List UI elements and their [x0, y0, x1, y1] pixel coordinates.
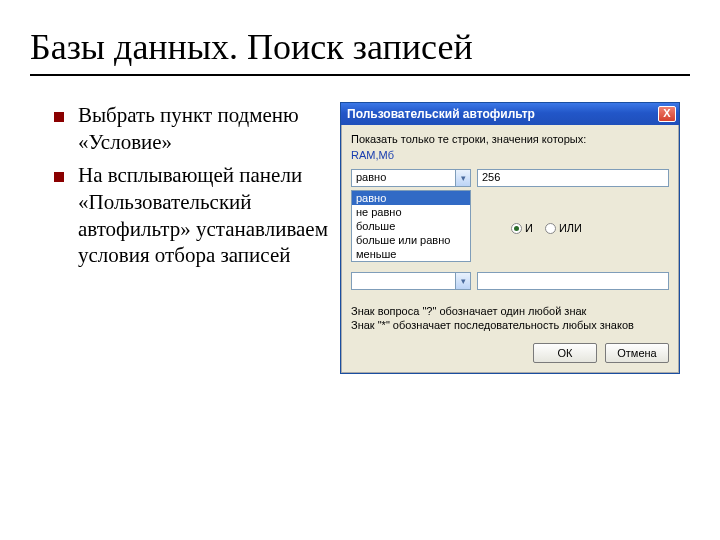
dropdown-option[interactable]: равно [352, 191, 470, 205]
condition-1-value-text: 256 [482, 171, 500, 183]
cancel-button[interactable]: Отмена [605, 343, 669, 363]
condition-1-row: равно ▾ 256 [351, 169, 669, 187]
title-divider [30, 74, 690, 76]
bullet-item: На всплывающей панели «Пользовательский … [54, 162, 328, 270]
condition-2-value-input[interactable] [477, 272, 669, 290]
radio-and-label: И [525, 222, 533, 234]
condition-1-operator-select[interactable]: равно ▾ [351, 169, 471, 187]
dialog-buttons: ОК Отмена [351, 343, 669, 363]
slide-title: Базы данных. Поиск записей [30, 26, 690, 68]
field-name-label: RAM,Мб [351, 149, 669, 161]
content-row: Выбрать пункт подменю «Условие» На всплы… [30, 102, 690, 374]
hint-block: Знак вопроса "?" обозначает один любой з… [351, 304, 669, 333]
radio-or-label: ИЛИ [559, 222, 582, 234]
ok-button[interactable]: ОК [533, 343, 597, 363]
dropdown-option[interactable]: меньше [352, 247, 470, 261]
dialog-titlebar: Пользовательский автофильтр X [341, 103, 679, 125]
dropdown-option[interactable]: больше или равно [352, 233, 470, 247]
condition-2-operator-select[interactable]: ▾ [351, 272, 471, 290]
close-button[interactable]: X [658, 106, 676, 122]
radio-dot-icon [545, 223, 556, 234]
radio-dot-icon [511, 223, 522, 234]
bullet-item: Выбрать пункт подменю «Условие» [54, 102, 328, 156]
dialog-title: Пользовательский автофильтр [347, 107, 535, 121]
condition-2-row: ▾ [351, 272, 669, 290]
chevron-down-icon: ▾ [455, 273, 470, 289]
condition-1-value-input[interactable]: 256 [477, 169, 669, 187]
dropdown-option[interactable]: больше [352, 219, 470, 233]
hint-line-1: Знак вопроса "?" обозначает один любой з… [351, 304, 669, 318]
bullet-square-icon [54, 172, 64, 182]
hint-line-2: Знак "*" обозначает последовательность л… [351, 318, 669, 332]
radio-or[interactable]: ИЛИ [545, 222, 582, 234]
chevron-down-icon: ▾ [455, 170, 470, 186]
bullet-text: Выбрать пункт подменю «Условие» [78, 102, 328, 156]
show-label: Показать только те строки, значения кото… [351, 133, 669, 145]
autofilter-dialog: Пользовательский автофильтр X Показать т… [340, 102, 680, 374]
bullet-text: На всплывающей панели «Пользовательский … [78, 162, 328, 270]
operator-dropdown[interactable]: равно не равно больше больше или равно м… [351, 190, 471, 262]
dropdown-option[interactable]: не равно [352, 205, 470, 219]
dialog-screenshot: Пользовательский автофильтр X Показать т… [340, 102, 690, 374]
bullet-list: Выбрать пункт подменю «Условие» На всплы… [30, 102, 330, 374]
dialog-body: Показать только те строки, значения кото… [341, 125, 679, 373]
condition-1-operator-text: равно [356, 171, 386, 183]
and-or-radios: И ИЛИ [511, 222, 582, 234]
bullet-square-icon [54, 112, 64, 122]
radio-and[interactable]: И [511, 222, 533, 234]
